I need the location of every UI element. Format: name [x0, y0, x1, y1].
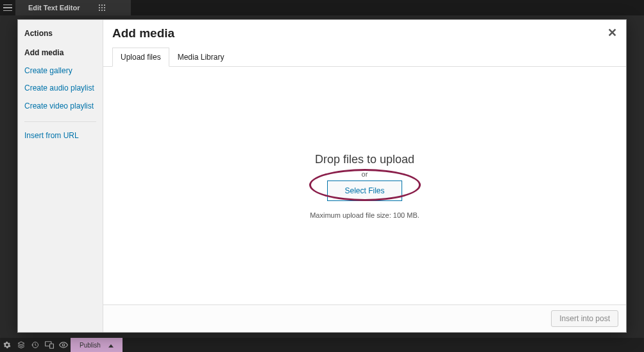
sidebar-item-add-media[interactable]: Add media — [24, 46, 96, 64]
svg-rect-8 — [104, 10, 105, 11]
svg-rect-3 — [99, 7, 100, 8]
select-files-button[interactable]: Select Files — [327, 180, 402, 201]
svg-rect-5 — [104, 7, 105, 8]
sidebar-separator — [24, 121, 96, 122]
editor-left-rail — [0, 15, 15, 338]
sidebar-item-insert-from-url[interactable]: Insert from URL — [24, 128, 96, 146]
svg-rect-0 — [99, 4, 100, 6]
layers-icon[interactable] — [14, 338, 28, 352]
sidebar-heading: Actions — [24, 29, 96, 38]
add-media-modal: Actions Add media Create gallery Create … — [17, 19, 627, 333]
sidebar-item-create-gallery[interactable]: Create gallery — [24, 64, 96, 82]
editor-title: Edit Text Editor — [28, 4, 80, 12]
tab-media-library[interactable]: Media Library — [169, 48, 233, 67]
svg-rect-10 — [50, 344, 54, 348]
svg-rect-2 — [104, 4, 105, 6]
modal-sidebar: Actions Add media Create gallery Create … — [18, 20, 103, 332]
svg-rect-1 — [101, 4, 103, 6]
editor-topbar: Edit Text Editor — [0, 0, 644, 15]
responsive-icon[interactable] — [42, 338, 56, 352]
upload-dropzone[interactable]: Drop files to upload or Select Files Max… — [103, 67, 626, 304]
insert-into-post-button[interactable]: Insert into post — [551, 310, 618, 327]
apps-grid-icon[interactable] — [99, 4, 105, 11]
drop-or: or — [362, 170, 368, 178]
svg-point-11 — [62, 344, 65, 346]
history-icon[interactable] — [28, 338, 42, 352]
close-icon: ✕ — [607, 26, 617, 40]
tab-upload-files[interactable]: Upload files — [112, 48, 169, 67]
chevron-up-icon — [108, 342, 114, 349]
sidebar-item-create-audio-playlist[interactable]: Create audio playlist — [24, 81, 96, 99]
gear-icon[interactable] — [0, 338, 14, 352]
publish-label: Publish — [80, 342, 101, 349]
sidebar-item-create-video-playlist[interactable]: Create video playlist — [24, 99, 96, 117]
publish-button[interactable]: Publish — [71, 338, 123, 352]
modal-tabs: Upload files Media Library — [103, 47, 626, 67]
svg-rect-4 — [101, 7, 103, 8]
svg-rect-7 — [101, 10, 103, 11]
modal-title: Add media — [112, 26, 617, 40]
modal-main: ✕ Add media Upload files Media Library D… — [103, 20, 626, 332]
svg-rect-6 — [99, 10, 100, 11]
modal-footer: Insert into post — [103, 304, 626, 332]
hamburger-icon[interactable] — [0, 0, 15, 15]
eye-icon[interactable] — [56, 338, 71, 352]
drop-title: Drop files to upload — [315, 153, 414, 166]
editor-bottombar: Publish — [0, 338, 644, 352]
close-button[interactable]: ✕ — [604, 25, 620, 40]
max-upload-note: Maximum upload file size: 100 MB. — [310, 211, 419, 219]
